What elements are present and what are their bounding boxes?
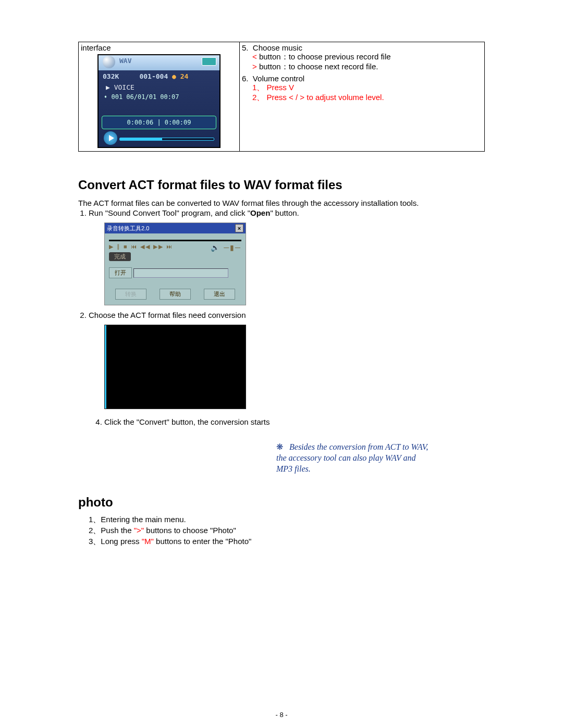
battery-icon [202, 57, 216, 66]
bitrate: 032K [103, 72, 119, 80]
time-readout: 0:00:06 | 0:00:09 [127, 119, 191, 126]
item5b-text: button：to choose next record file. [257, 62, 378, 71]
convert-steps-4: Click the "Convert" button, the conversi… [94, 417, 485, 426]
file-dialog-placeholder [104, 325, 246, 409]
item5a-text: button：to choose previous record file [257, 52, 391, 61]
done-pill: 完成 [109, 252, 131, 261]
sound-tool-screenshot: 录音转换工具2.0 × ▶ ∥ ■ ⏮ ◀◀ ▶▶ ⏭ 🔊 ─▮─ 完成 打开 … [104, 223, 246, 305]
step-4: Click the "Convert" button, the conversi… [104, 417, 485, 426]
item5-num: 5. [242, 43, 249, 52]
photo-step-1: 1、Entering the main menu. [89, 515, 485, 525]
play-icon [104, 131, 117, 145]
interface-table: interface WAV 032K 001-004 ● 24 ▶ VOICE [78, 42, 485, 152]
convert-btn: 转换 [115, 289, 146, 300]
interface-label: interface [81, 43, 111, 52]
tool-title: 录音转换工具2.0 [107, 225, 149, 232]
lt-symbol: < [252, 52, 257, 61]
file-info: 001 06/01/01 00:07 [111, 93, 179, 101]
step-1: Run "Sound Convert Tool" program, and cl… [89, 208, 485, 217]
path-field [133, 268, 228, 278]
track-index: 001-004 [139, 72, 168, 80]
section-title-convert: Convert ACT format files to WAV format f… [78, 178, 485, 192]
convert-steps-2: Choose the ACT format files need convers… [78, 311, 485, 319]
item6-title: Volume control [253, 74, 304, 83]
convert-steps: Run "Sound Convert Tool" program, and cl… [78, 208, 485, 217]
aside-text: Besides the conversion from ACT to WAV, … [276, 442, 428, 473]
burst-icon: ❋ [276, 442, 283, 451]
photo-step-3: 3、Long press "M" buttons to enter the "P… [89, 537, 485, 547]
help-btn: 帮助 [160, 289, 191, 300]
device-top-label: WAV [119, 57, 131, 65]
intro-text: The ACT format files can be converted to… [78, 199, 485, 207]
step-2: Choose the ACT format files need convers… [89, 311, 485, 319]
device-screenshot: WAV 032K 001-004 ● 24 ▶ VOICE ➧ 001 06/0… [97, 54, 221, 148]
open-bold: Open [250, 208, 270, 217]
gt-symbol: > [252, 62, 257, 71]
close-icon: × [235, 224, 243, 232]
progress-bar [119, 138, 214, 141]
exit-btn: 退出 [204, 289, 235, 300]
page-number: - 8 - [0, 711, 563, 719]
item6a: 1、 Press V [252, 83, 482, 93]
track-right: ● 24 [172, 72, 188, 80]
photo-steps: 1、Entering the main menu. 2、Push the ">"… [89, 515, 485, 547]
speaker-icon: 🔊 ─▮─ [211, 243, 241, 252]
item6-num: 6. [242, 74, 249, 83]
voice-label: VOICE [114, 83, 134, 91]
open-btn: 打开 [109, 267, 132, 278]
photo-step-2: 2、Push the ">" buttons to choose "Photo" [89, 526, 485, 536]
item6b: 2、 Press < / > to adjust volume level. [252, 93, 482, 103]
aside-note: ❋Besides the conversion from ACT to WAV,… [276, 442, 433, 474]
globe-icon [103, 56, 115, 68]
item5-title: Choose music [253, 43, 302, 52]
section-title-photo: photo [78, 495, 485, 510]
